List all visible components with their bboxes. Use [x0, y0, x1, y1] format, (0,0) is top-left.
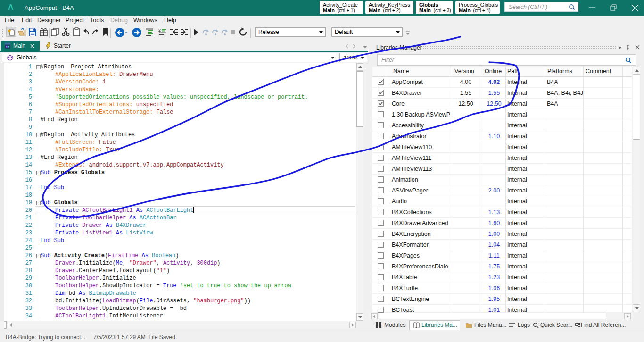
svg-text:2: 2 [158, 28, 161, 33]
